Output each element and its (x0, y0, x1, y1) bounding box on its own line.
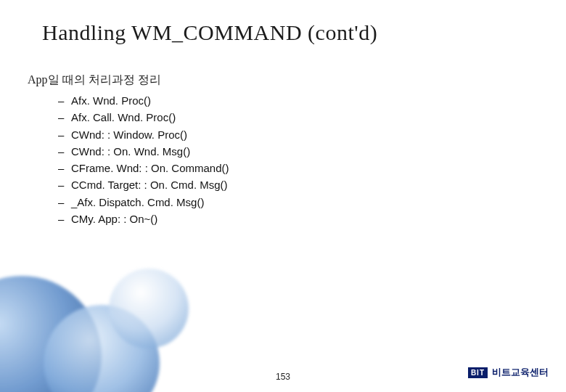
list-item: _Afx. Dispatch. Cmd. Msg() (58, 194, 538, 211)
list-item: Afx. Wnd. Proc() (58, 92, 538, 109)
slide-title: Handling WM_COMMAND (cont'd) (42, 20, 538, 45)
list-item: CFrame. Wnd: : On. Command() (58, 160, 538, 176)
list-item: Afx. Call. Wnd. Proc() (58, 109, 538, 126)
brand-badge: BIT (468, 367, 488, 378)
footer-brand: BIT 비트교육센터 (468, 366, 549, 379)
procedure-list: Afx. Wnd. Proc() Afx. Call. Wnd. Proc() … (58, 92, 538, 227)
list-item: CWnd: : On. Wnd. Msg() (58, 143, 538, 160)
list-item: CWnd: : Window. Proc() (58, 126, 538, 143)
list-item: CCmd. Target: : On. Cmd. Msg() (58, 176, 538, 193)
slide-container: Handling WM_COMMAND (cont'd) App일 때의 처리과… (0, 0, 566, 392)
section-heading: App일 때의 처리과정 정리 (28, 73, 538, 88)
brand-text: 비트교육센터 (492, 366, 549, 379)
page-number: 153 (276, 372, 290, 382)
list-item: CMy. App: : On~() (58, 211, 538, 227)
